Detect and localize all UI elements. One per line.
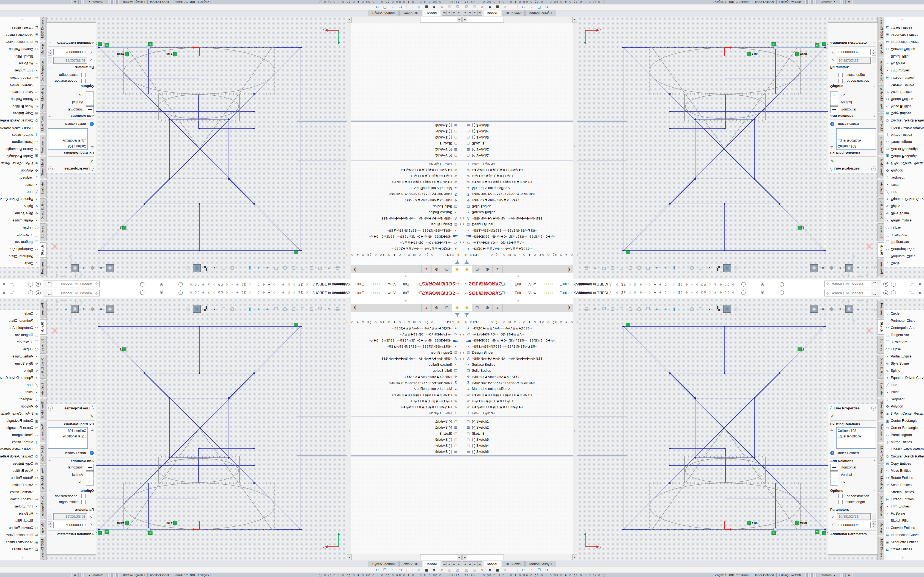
tool-sketch-fillet[interactable]: ◜Sketch Fillet <box>884 53 924 60</box>
parameters-header[interactable]: Parameters⌃ <box>47 65 96 70</box>
tool-polygon[interactable]: ❖Polygon <box>884 167 924 174</box>
tab-weldments[interactable]: Weldments <box>877 422 884 442</box>
render-mode-icon[interactable]: ◈ <box>71 0 79 4</box>
open-doc-icon[interactable]: ▤ <box>582 264 590 272</box>
close-button[interactable]: ✕ <box>0 290 8 296</box>
tab-features[interactable]: Features <box>877 259 884 276</box>
menu-insert[interactable]: Insert <box>543 282 553 286</box>
wire-box-icon[interactable]: ▢ <box>635 305 643 313</box>
user-account-icon[interactable]: ☻ <box>882 281 889 287</box>
select-filter-icon[interactable]: ◉ <box>106 264 114 272</box>
apply-scene-icon[interactable]: ▣ <box>71 264 79 272</box>
tool-linear-pattern[interactable]: ⠿Linear Sketch Pattern <box>0 124 40 131</box>
menu-file[interactable]: File <box>416 291 422 295</box>
displaymanager-tab[interactable]: ◕ <box>421 304 431 311</box>
tree-item[interactable]: ▱○◦◎✚○※◉[○◦○]◉※○✚◎◦○ <box>297 398 462 404</box>
tab-direct-editing[interactable]: Direct Editing <box>877 355 884 379</box>
tool-trim-entities[interactable]: ✂Trim Entities <box>0 503 40 510</box>
tool-silhouette-entities[interactable]: ◙Silhouette Entities <box>884 31 924 39</box>
schedule-icon[interactable]: ⟳ <box>520 5 527 10</box>
minimize-button[interactable] <box>17 281 24 287</box>
tool-point[interactable]: ▪Point <box>0 181 40 189</box>
infinite-length-option[interactable]: Infinite length <box>828 499 877 505</box>
down-arrow-icon[interactable]: ↓ <box>237 305 245 313</box>
tree-item[interactable]: ▸↺○Λ♟◎✚Ƨ5◦ƸƆ○◦○ƆƸ◦Ƨ5✚◎♟Λ○ <box>462 240 627 246</box>
configuration-tab[interactable]: ⊕ <box>431 266 442 273</box>
tree-item[interactable]: Σ○Ƨ5ИN◎◦✚Λ∩ᴮƷƐ○◦○ƷƐᴮ∩Λ✚◦◎ИNƧ5○ <box>462 191 627 197</box>
doc-tab-3d-views[interactable]: 3D Views <box>502 10 525 16</box>
help-icon[interactable]: ? <box>890 290 897 296</box>
grid-visibility-icon[interactable]: # <box>819 264 827 272</box>
restore-button[interactable] <box>908 290 915 296</box>
length-field[interactable]: 10.88152731 <box>837 513 871 520</box>
tree-item[interactable]: ▢Sketch3 <box>297 430 462 437</box>
tree-item[interactable]: ◔○Ƨ5♟◎Ƨ5ИNƷƐƧ5○◦○Ƨ5ƷƐИNƧ5◎♟Ƨ5○ <box>297 227 462 234</box>
wire-box-icon[interactable]: ▢ <box>635 264 643 272</box>
tools-overflow-chevron[interactable]: » <box>900 555 905 561</box>
add-relations-header[interactable]: Add Relations⌃ <box>47 113 96 118</box>
hatch-icon[interactable]: ▚ <box>202 305 210 313</box>
add-relation-vertical[interactable]: |Vertical <box>828 98 877 106</box>
down-arrow-icon[interactable]: ↓ <box>679 305 687 313</box>
prism-icon[interactable]: ❒ <box>697 305 704 313</box>
save-icon[interactable]: ▪ <box>211 264 218 272</box>
tree-item[interactable]: ▢(-) Sketch5 <box>297 134 462 140</box>
monitor-icon[interactable]: ▣ <box>723 305 731 313</box>
restore-doc-icon[interactable]: ❐ <box>61 273 65 277</box>
render-mode-icon[interactable]: ◈ <box>845 573 853 577</box>
hatch-icon[interactable]: ▚ <box>714 305 722 313</box>
tab-data-migration[interactable]: Data Migration <box>877 493 884 519</box>
gear-icon[interactable]: ⚙ <box>374 567 380 572</box>
user-account-icon[interactable]: ☻ <box>882 290 889 296</box>
filter-funnel-icon[interactable] <box>464 313 469 318</box>
tree-horizontal-scrollbar[interactable]: ◀ ▶ <box>462 16 577 23</box>
tool-mirror-entities[interactable]: ∥Mirror Entities <box>884 438 924 446</box>
faint-icon[interactable]: ▢ <box>732 264 740 272</box>
open-doc-icon[interactable]: ▤ <box>334 305 342 313</box>
tree-item[interactable]: ▦(-) Sketch6 <box>462 122 627 128</box>
tool-perimeter-circle[interactable]: ◌Perimeter Circle <box>884 317 924 324</box>
tree-vertical-scrollbar[interactable] <box>347 298 351 554</box>
tool-circular-pattern[interactable]: ❂Circular Sketch Pattern <box>884 453 924 460</box>
dropdown-icon[interactable]: ▾ <box>80 264 87 272</box>
hatch-icon[interactable]: ▚ <box>202 264 210 272</box>
monitor-icon[interactable]: ▣ <box>723 264 731 272</box>
angle-spinner[interactable]: ▲▼ <box>48 522 52 529</box>
tab-nav-buttons[interactable]: |◀◀▶▶| <box>462 10 482 16</box>
grey-box-icon[interactable]: ▢ <box>688 305 696 313</box>
tool-center-rectangle[interactable]: ▣Center Rectangle <box>884 417 924 424</box>
tool-partial-ellipse[interactable]: ◔Partial Ellipse <box>0 353 40 360</box>
tool-convert-entities[interactable]: □Convert Entities <box>884 46 924 53</box>
menu-tools[interactable]: Tools <box>560 282 569 286</box>
tool-copy-entities[interactable]: ⊞Copy Entities <box>0 460 40 467</box>
render-photo-icon[interactable]: ▨ <box>454 5 460 10</box>
tab-sketch[interactable]: Sketch <box>40 319 47 335</box>
apply-scene-icon[interactable]: ▣ <box>845 264 853 272</box>
tree-item[interactable]: ★○Ƨ5ƷƐ✚◦♟◎ΛΛΦ○◦○ΦΛΛ◎♟✚ƷƐƧ5○ <box>297 325 462 331</box>
tree-item[interactable]: ◔○Ƨ5♟◎Ƨ5ИNƷƐƧ5○◦○Ƨ5ƷƐИNƧ5◎♟Ƨ5○ <box>462 343 627 350</box>
sphere-icon[interactable]: ● <box>662 305 669 313</box>
menu-view[interactable]: View <box>528 291 536 295</box>
clock-icon[interactable]: ◔ <box>390 5 396 10</box>
tree-vertical-scrollbar[interactable] <box>347 23 351 279</box>
menu-edit[interactable]: Edit <box>403 291 409 295</box>
cancel-sketch-icon[interactable]: ✕ <box>51 240 60 252</box>
close-button[interactable]: ✕ <box>916 290 924 296</box>
menu-insert[interactable]: Insert <box>371 291 381 295</box>
status-units-selector[interactable]: Custom▲ <box>818 0 838 4</box>
tool-fit-spline[interactable]: ≈Fit Spline <box>884 60 924 67</box>
menu-tools[interactable]: Tools <box>355 291 364 295</box>
tool-point[interactable]: ▪Point <box>884 388 924 396</box>
tool-rotate-entities[interactable]: ↻Rotate Entities <box>884 96 924 103</box>
tools-overflow-chevron[interactable]: » <box>900 17 905 22</box>
tool-line[interactable]: ╱Line <box>0 189 40 196</box>
next-window-icon[interactable]: ▷ <box>74 300 77 304</box>
minimize-doc-icon[interactable]: — <box>68 300 71 304</box>
tool-segment[interactable]: #Segment <box>884 174 924 181</box>
tool-mirror-entities[interactable]: ∥Mirror Entities <box>884 131 924 139</box>
tab-weldments[interactable]: Weldments <box>40 135 47 155</box>
tab-markup[interactable]: Markup <box>40 520 47 535</box>
tool-centerpoint-arc[interactable]: ◠Centerpoint Arc <box>0 246 40 253</box>
tool-partial-ellipse[interactable]: ◔Partial Ellipse <box>884 353 924 360</box>
tree-item[interactable]: Σ○Ƨ5ИN◎◦✚Λ∩ᴮƷƐ○◦○ƷƐᴮ∩Λ✚◦◎ИNƧ5○ <box>462 380 627 386</box>
